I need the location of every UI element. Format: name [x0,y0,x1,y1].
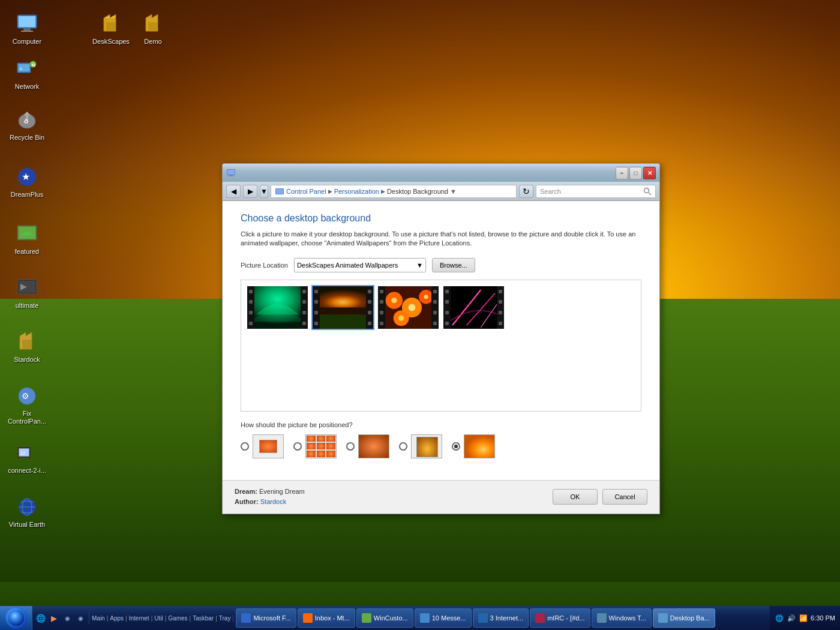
stardock-label: Stardock [14,356,40,364]
breadcrumb-arrow-1: ▶ [328,188,332,194]
breadcrumb-personalization[interactable]: Personalization [334,188,379,195]
taskbar-item-5[interactable]: mIRC - [#d... [530,608,590,628]
svg-rect-39 [314,286,371,308]
ql-ie-icon[interactable]: 🌐 [35,612,47,624]
position-radio-tile[interactable] [293,442,302,451]
divider4: | [165,615,167,622]
position-preview-fit [411,434,442,458]
ql-extra2-icon[interactable]: ◉ [74,612,86,624]
author-label: Author: [235,498,259,505]
taskbar-tray: 🌐 🔊 📶 6:30 PM [770,606,840,630]
start-button[interactable] [0,606,32,630]
fix-cp-label: Fix ControlPan... [6,410,48,425]
svg-rect-20 [22,340,32,349]
taskbar-label-games[interactable]: Games [168,615,187,622]
breadcrumb-bar: Control Panel ▶ Personalization ▶ Deskto… [271,185,517,198]
svg-rect-34 [276,189,283,194]
back-button[interactable]: ◀ [226,185,241,198]
wallpaper-preview-flowers [378,286,439,329]
position-option-center[interactable] [241,434,284,458]
wallpaper-grid [241,280,641,412]
wallpaper-thumb-lines[interactable] [442,285,505,330]
taskbar-item-4[interactable]: 3 Internet... [473,608,529,628]
desktop-icon-connect2i[interactable]: 12 connect-2-i... [6,441,48,475]
desktop-icon-deskscapes[interactable]: DeskScapes [90,12,132,46]
wallpaper-thumb-flowers[interactable] [377,285,440,330]
position-option-tile[interactable] [293,434,337,458]
position-radio-stretch[interactable] [346,442,355,451]
demo-label: Demo [144,38,161,46]
desktop-icon-recycle[interactable]: ♻ Recycle Bin [6,108,48,142]
picture-location-select[interactable]: DeskScapes Animated Wallpapers ▼ [294,258,426,272]
tray-icon-audio: 🔊 [787,613,796,623]
featured-label: featured [15,248,39,256]
address-bar: ◀ ▶ ▼ Control Panel ▶ Personalization ▶ … [223,182,659,201]
svg-point-50 [398,315,404,320]
demo-icon [141,12,165,36]
position-option-fill[interactable] [452,434,495,458]
breadcrumb-cp[interactable]: Control Panel [286,188,326,195]
dialog-footer: Dream: Evening Dream Author: Stardock OK… [223,480,659,514]
position-radio-fill[interactable] [452,442,460,451]
cancel-button[interactable]: Cancel [602,489,647,505]
author-link[interactable]: Stardock [260,498,286,505]
deskscapes-label: DeskScapes [92,38,130,46]
taskbar-item-0[interactable]: Microsoft F... [236,608,296,628]
svg-text:★: ★ [22,172,30,182]
desktop-icon-demo[interactable]: Demo [132,12,174,46]
ql-media-icon[interactable]: ▶ [48,612,60,624]
taskbar-label-internet[interactable]: Internet [129,615,149,622]
select-dropdown-icon: ▼ [416,262,423,269]
desktop-icon-computer[interactable]: Computer [6,12,48,46]
divider3: | [151,615,153,622]
desktop-icon-stardock[interactable]: Stardock [6,330,48,364]
author-line: Author: Stardock [235,497,305,508]
start-orb [5,607,27,629]
taskbar-item-1[interactable]: Inbox - Mt... [298,608,355,628]
position-radio-fit[interactable] [399,442,407,451]
recent-locations-button[interactable]: ▼ [260,185,268,198]
taskbar-item-3[interactable]: 10 Messe... [415,608,472,628]
taskbar-item-6[interactable]: Windows T... [592,608,652,628]
deskscapes-icon [99,12,123,36]
search-bar[interactable]: Search [536,185,656,198]
desktop-icon-featured[interactable]: featured [6,222,48,256]
ok-button[interactable]: OK [553,489,598,505]
desktop-icon-virtual-earth[interactable]: Virtual Earth [6,495,48,529]
svg-rect-1 [19,16,35,27]
svg-rect-4 [106,22,116,31]
featured-icon [15,222,39,246]
ql-extra1-icon[interactable]: ◉ [61,612,73,624]
position-radio-center[interactable] [241,442,249,451]
close-button[interactable]: ✕ [643,167,656,179]
desktop-icon-ultimate[interactable]: ▶ ultimate [6,276,48,310]
taskbar-label-apps[interactable]: Apps [110,615,124,622]
forward-button[interactable]: ▶ [243,185,257,198]
desktop-icon-fix-cp[interactable]: ⚙ Fix ControlPan... [6,384,48,425]
breadcrumb-dropdown[interactable]: ▼ [450,188,457,195]
maximize-button[interactable]: □ [629,167,642,179]
taskbar-label-tray[interactable]: Tray [219,615,231,622]
taskbar-item-2[interactable]: WinCusto... [356,608,413,628]
position-option-fit[interactable] [399,434,442,458]
dialog-window: − □ ✕ ◀ ▶ ▼ Control Panel ▶ Personalizat… [222,163,660,514]
wallpaper-thumb-sunset[interactable] [311,285,374,330]
dream-label: Dream: [235,488,257,495]
browse-button[interactable]: Browse... [432,258,475,272]
refresh-button[interactable]: ↻ [519,185,533,198]
position-row [241,434,641,458]
svg-rect-8 [20,68,22,70]
taskbar-label-util[interactable]: Util [154,615,163,622]
taskbar-label-main[interactable]: Main [92,615,105,622]
dialog-description: Click a picture to make it your desktop … [241,230,641,248]
minimize-button[interactable]: − [616,167,628,179]
picture-location-value: DeskScapes Animated Wallpapers [297,262,398,269]
taskbar-label-taskbar[interactable]: Taskbar [193,615,214,622]
wallpaper-thumb-green[interactable] [246,285,309,330]
taskbar-item-7[interactable]: Desktop Ba... [653,608,715,628]
desktop-icon-dreamplus[interactable]: ★ DreamPlus [6,165,48,199]
position-option-stretch[interactable] [346,434,389,458]
position-question: How should the picture be positioned? [241,421,641,428]
svg-rect-31 [227,170,235,175]
desktop-icon-network[interactable]: N Network [6,57,48,91]
